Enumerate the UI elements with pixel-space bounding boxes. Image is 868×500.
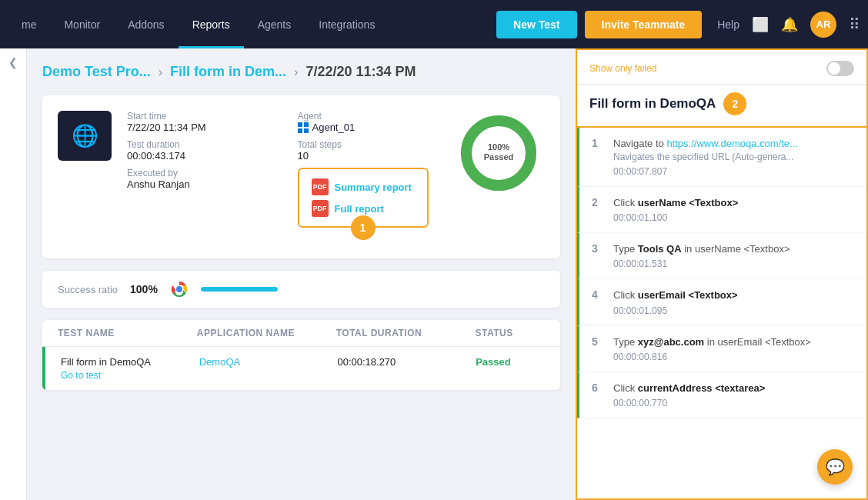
total-steps-value: 10: [298, 150, 438, 162]
step-num-6: 6: [592, 382, 604, 408]
nav-item-integrations[interactable]: Integrations: [305, 0, 389, 48]
step-action-5: Type xyz@abc.com in userEmail <Textbox>: [613, 335, 811, 349]
success-label: Success ratio: [58, 284, 118, 295]
left-sidebar: ❮: [0, 48, 27, 500]
nav-item-reports[interactable]: Reports: [179, 0, 244, 48]
step-content-3: Type Tools QA in userName <Textbox> 00:0…: [613, 242, 790, 269]
step-action-2: Click userName <Textbox>: [613, 196, 738, 210]
agent-label: Agent: [298, 111, 438, 122]
step-action-3: Type Tools QA in userName <Textbox>: [613, 242, 790, 256]
chat-button[interactable]: 💬: [817, 449, 853, 485]
summary-report-link[interactable]: PDF Summary report: [312, 178, 415, 195]
breadcrumb-project[interactable]: Demo Test Pro...: [42, 64, 151, 80]
step-suffix-3: in userName <Textbox>: [682, 243, 790, 255]
topnav: me Monitor Addons Reports Agents Integra…: [0, 0, 868, 48]
cell-name: Fill form in DemoQA Go to test: [61, 356, 199, 381]
cell-status: Passed: [476, 356, 545, 368]
breadcrumb-sep-1: ›: [159, 65, 162, 79]
monitor-icon[interactable]: ⬜: [752, 16, 769, 33]
total-steps-label: Total steps: [298, 139, 438, 150]
step-bold-5: xyz@abc.com: [638, 336, 704, 348]
step-content-2: Click userName <Textbox> 00:00:01.100: [613, 196, 738, 223]
step-content-6: Click currentAddress <textarea> 00:00:00…: [613, 382, 765, 408]
start-time-value: 7/22/20 11:34 PM: [127, 122, 267, 133]
breadcrumb: Demo Test Pro... › Fill form in Dem... ›…: [42, 64, 560, 80]
step-suffix-5: in userEmail <Textbox>: [704, 336, 811, 348]
chrome-icon: [170, 280, 189, 298]
step-time-1: 00:00:07.807: [613, 166, 798, 177]
svg-point-10: [176, 287, 182, 292]
step-bold-6: currentAddress <textarea>: [638, 382, 765, 394]
nav-item-monitor[interactable]: Monitor: [50, 0, 114, 48]
show-failed-toggle[interactable]: [826, 61, 854, 76]
test-meta: Start time 7/22/20 11:34 PM Agent: [127, 111, 437, 243]
nav-item-addons[interactable]: Addons: [114, 0, 178, 48]
meta-grid: Start time 7/22/20 11:34 PM Agent: [127, 111, 437, 235]
new-test-button[interactable]: New Test: [496, 11, 576, 38]
test-icon-box: 🌐: [58, 111, 112, 161]
agent-value: Agent_01: [298, 122, 438, 133]
step-num-2: 2: [592, 196, 604, 223]
step-item-1: 1 Navigate to https://www.demoqa.com/te.…: [577, 128, 866, 187]
step-time-5: 00:00:00.816: [613, 352, 811, 362]
step-action-1: Navigate to https://www.demoqa.com/te...: [613, 137, 798, 151]
start-time-label: Start time: [127, 111, 267, 122]
bell-icon[interactable]: 🔔: [781, 16, 798, 33]
invite-teammate-button[interactable]: Invite Teammate: [585, 11, 703, 38]
right-panel-title-row: Fill form in DemoQA 2: [577, 85, 866, 128]
table-row: Fill form in DemoQA Go to test DemoQA 00…: [42, 347, 560, 390]
pdf-icon: PDF: [312, 178, 329, 195]
breadcrumb-test[interactable]: Fill form in Dem...: [170, 64, 286, 80]
step-time-2: 00:00:01.100: [613, 212, 738, 223]
results-table: Test Name Application Name Total Duratio…: [42, 320, 560, 390]
success-percent: 100%: [130, 283, 158, 295]
success-row: Success ratio 100%: [58, 280, 545, 298]
step-time-4: 00:00:01.095: [613, 305, 738, 316]
step-item-2: 2 Click userName <Textbox> 00:00:01.100: [577, 187, 866, 233]
col-header-app: Application Name: [197, 328, 336, 338]
grid-icon[interactable]: ⠿: [849, 15, 860, 34]
go-to-test-link[interactable]: Go to test: [61, 370, 199, 381]
breadcrumb-run: 7/22/20 11:34 PM: [305, 64, 416, 80]
step-bold-2: userName <Textbox>: [638, 197, 739, 208]
user-avatar[interactable]: AR: [810, 12, 836, 38]
help-link[interactable]: Help: [717, 18, 739, 31]
step-bold-4: userEmail <Textbox>: [638, 289, 738, 301]
total-steps-group: Total steps 10: [298, 139, 438, 162]
step-content-5: Type xyz@abc.com in userEmail <Textbox> …: [613, 335, 811, 362]
right-panel: Show only failed Fill form in DemoQA 2 1…: [576, 48, 868, 500]
report-badge: 1: [351, 215, 376, 240]
step-num-4: 4: [592, 288, 604, 315]
right-panel-badge: 2: [723, 92, 746, 115]
sidebar-chevron-icon[interactable]: ❮: [8, 56, 18, 68]
step-link-1[interactable]: https://www.demoqa.com/te...: [666, 138, 798, 149]
svg-rect-0: [298, 122, 302, 127]
table-header: Test Name Application Name Total Duratio…: [42, 320, 560, 347]
step-num-3: 3: [592, 242, 604, 269]
right-panel-title: Fill form in DemoQA: [589, 96, 716, 112]
nav-item-agents[interactable]: Agents: [244, 0, 305, 48]
report-box-group: PDF Summary report PDF Full report 1: [298, 168, 438, 235]
svg-text:100%: 100%: [488, 142, 509, 152]
executed-group: Executed by Anshu Ranjan: [127, 168, 267, 235]
svg-text:Passed: Passed: [484, 152, 514, 162]
right-panel-header: Show only failed: [577, 50, 866, 85]
step-item-6: 6 Click currentAddress <textarea> 00:00:…: [577, 372, 866, 418]
full-report-link[interactable]: PDF Full report: [312, 200, 415, 217]
success-section: Success ratio 100%: [42, 271, 560, 308]
step-content-1: Navigate to https://www.demoqa.com/te...…: [613, 137, 798, 177]
steps-list: 1 Navigate to https://www.demoqa.com/te.…: [577, 128, 866, 498]
agent-group: Agent Agent_01: [298, 111, 438, 133]
progress-bar: [201, 287, 278, 292]
executed-value: Anshu Ranjan: [127, 178, 267, 190]
step-bold-3: Tools QA: [638, 243, 682, 255]
windows-icon: [298, 122, 309, 133]
step-content-4: Click userEmail <Textbox> 00:00:01.095: [613, 288, 738, 315]
step-item-4: 4 Click userEmail <Textbox> 00:00:01.095: [577, 279, 866, 325]
nav-item-me[interactable]: me: [8, 0, 50, 48]
duration-value: 00:00:43.174: [127, 150, 267, 162]
pdf-icon-2: PDF: [312, 200, 329, 217]
progress-bar-fill: [201, 287, 278, 292]
main-area: ❮ Demo Test Pro... › Fill form in Dem...…: [0, 48, 868, 500]
executed-label: Executed by: [127, 168, 267, 178]
